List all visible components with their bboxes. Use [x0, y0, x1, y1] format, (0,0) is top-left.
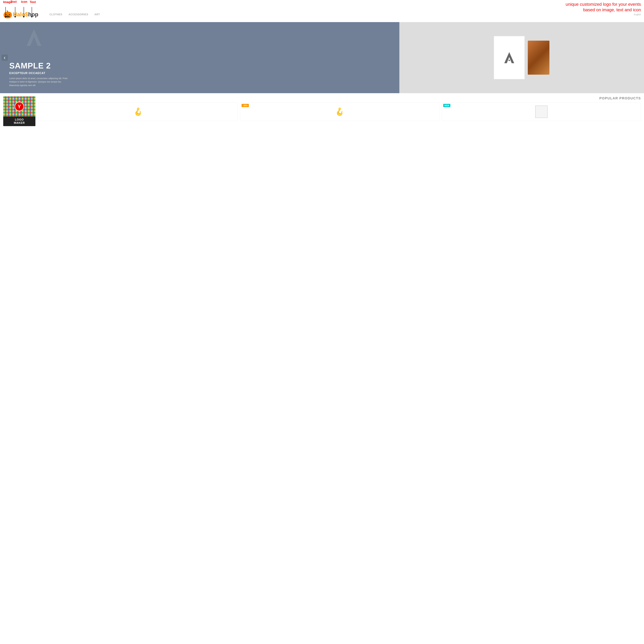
new-badge: NEW	[443, 104, 450, 107]
hero-slide-title: SAMPLE 2	[9, 61, 390, 70]
logo-maker-line2: MAKER	[5, 121, 34, 125]
ann-image-label: Image	[3, 0, 12, 4]
svg-marker-1	[504, 52, 514, 63]
hero-right-panel	[399, 22, 644, 93]
hero-texture-card	[528, 41, 549, 75]
logo-maker-graphic: Y	[3, 96, 35, 117]
nav-clothes[interactable]: CLOTHES	[49, 13, 62, 16]
popular-section: POPULAR PRODUCTS 🪝 -20% 🪝 NEW	[39, 96, 641, 121]
hero-watermark	[25, 28, 43, 47]
language-selector[interactable]: English	[634, 13, 641, 16]
nav-menu: CLOTHES ACCESSORIES ART	[49, 13, 100, 16]
hero-slide-subtitle: EXCEPTEUR OCCAECAT	[9, 72, 390, 75]
bottom-section: Y LOGO MAKER POPULAR PRODUCTS 🪝 -20% 🪝 N…	[0, 93, 644, 129]
hero-left-panel: SAMPLE 2 EXCEPTEUR OCCAECAT Lorem ipsum …	[0, 22, 399, 93]
hanger-icon-1: 🪝	[134, 107, 143, 116]
logo-maker-card[interactable]: Y LOGO MAKER	[3, 96, 36, 126]
hero-slider: SAMPLE 2 EXCEPTEUR OCCAECAT Lorem ipsum …	[0, 22, 644, 93]
nav-accessories[interactable]: ACCESSORIES	[68, 13, 88, 16]
svg-point-2	[508, 60, 510, 61]
discount-badge: -20%	[242, 104, 249, 107]
logo-maker-line1: LOGO	[5, 118, 34, 121]
product-grid: 🪝 -20% 🪝 NEW	[39, 102, 641, 121]
svg-marker-0	[27, 29, 41, 46]
popular-title: POPULAR PRODUCTS	[39, 96, 641, 100]
hero-prev-button[interactable]: ‹	[2, 55, 8, 61]
arrow-text1	[14, 7, 16, 18]
ann-text2-label: Text	[30, 0, 36, 4]
product-card-2[interactable]: -20% 🪝	[240, 102, 439, 121]
arrow-icon	[23, 7, 25, 18]
nav-art[interactable]: ART	[94, 13, 100, 16]
hero-slide-desc: Lorem ipsum dolor sit amet, consectetur …	[9, 77, 68, 87]
header: Text icon Image Text	[0, 0, 644, 21]
ann-icon-label: icon	[21, 0, 27, 4]
hero-images	[489, 31, 554, 84]
hero-background: SAMPLE 2 EXCEPTEUR OCCAECAT Lorem ipsum …	[0, 22, 644, 93]
product-frame-icon	[535, 106, 548, 118]
arrow-image	[5, 7, 6, 18]
arrow-text2	[31, 7, 33, 18]
logo-maker-label: LOGO MAKER	[3, 117, 35, 126]
hero-frame-a	[494, 36, 525, 79]
product-card-1[interactable]: 🪝	[39, 102, 238, 121]
logo-maker-icon: Y	[15, 102, 24, 111]
product-card-3[interactable]: NEW	[442, 102, 641, 121]
annotation-wrapper: unique customized logo for your events b…	[0, 0, 644, 22]
hanger-icon-2: 🪝	[335, 107, 344, 116]
